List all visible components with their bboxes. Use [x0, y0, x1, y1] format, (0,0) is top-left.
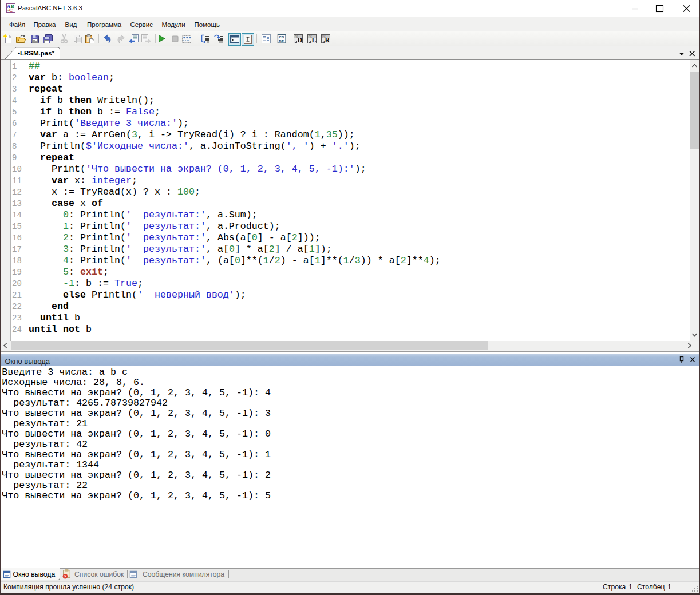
svg-text:R: R — [325, 36, 330, 44]
svg-text:C: C — [9, 7, 13, 13]
svg-text:DE: DE — [279, 39, 284, 43]
svg-text:L: L — [312, 36, 317, 44]
svg-text:D: D — [298, 36, 303, 44]
